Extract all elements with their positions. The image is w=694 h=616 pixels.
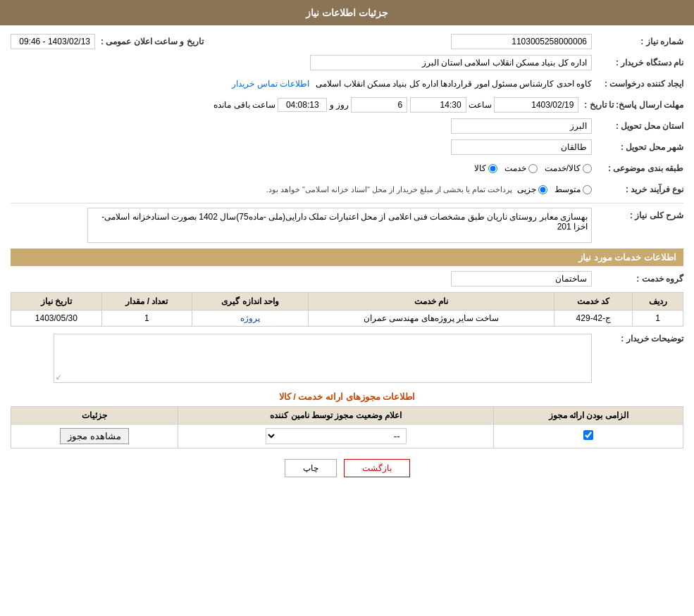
buyer-org-label: نام دستگاه خریدار :	[592, 58, 683, 68]
deadline-date: 1403/02/19	[494, 97, 578, 113]
cell-unit: پروژه	[192, 310, 309, 327]
process-jozvi-label: جزیی	[517, 184, 536, 194]
category-khedmat-label: خدمت	[504, 163, 526, 173]
response-deadline-label: مهلت ارسال پاسخ: تا تاریخ :	[578, 100, 683, 110]
row-buyer-notes: توضیحات خریدار : ↙	[11, 331, 683, 386]
th-name: نام خدمت	[308, 293, 554, 310]
cell-quantity: 1	[101, 310, 192, 327]
process-jozvi-item: جزیی	[517, 184, 547, 194]
permit-th-details: جزئیات	[11, 407, 178, 425]
row-process: نوع فرآیند خرید : متوسط جزیی پرداخت تمام…	[11, 180, 683, 199]
process-radio-group: متوسط جزیی	[517, 184, 592, 194]
cell-date: 1403/05/30	[11, 310, 102, 327]
requester-value: کاوه احدی کارشناس مسئول امور قراردادها ا…	[316, 79, 592, 89]
buyer-org-value: اداره کل بنیاد مسکن انقلاب اسلامی استان …	[310, 55, 592, 70]
cell-row: 1	[633, 310, 683, 327]
permit-th-required: الزامی بودن ارائه مجوز	[494, 407, 683, 425]
services-section-title: اطلاعات خدمات مورد نیاز	[11, 249, 683, 266]
permit-required-cell	[494, 425, 683, 448]
countdown-value: 04:08:13	[278, 98, 327, 112]
services-table: ردیف کد خدمت نام خدمت واحد اندازه گیری ت…	[11, 292, 683, 327]
cell-code: ج-42-429	[554, 310, 633, 327]
countdown-label: ساعت باقی مانده	[213, 100, 275, 110]
category-kala-radio[interactable]	[488, 164, 497, 173]
category-khedmat-item: خدمت	[504, 163, 538, 173]
permit-status-cell: --	[178, 425, 494, 448]
category-khedmat-radio[interactable]	[528, 164, 538, 173]
deadline-time: 14:30	[410, 97, 466, 113]
buyer-notes-label: توضیحات خریدار :	[592, 334, 683, 344]
row-city: شهر محل تحویل : طالقان	[11, 138, 683, 156]
province-value: البرز	[451, 118, 592, 134]
city-value: طالقان	[451, 139, 592, 155]
back-button[interactable]: بازگشت	[344, 459, 410, 477]
category-kala-khedmat-item: کالا/خدمت	[545, 163, 592, 173]
date-value: 1403/02/13 - 09:46	[11, 34, 95, 49]
category-kala-khedmat-label: کالا/خدمت	[545, 163, 581, 173]
deadline-days: 6	[351, 97, 407, 113]
cell-name: ساخت سایر پروژه‌های مهندسی عمران	[308, 310, 554, 327]
row-requester: ایجاد کننده درخواست : کاوه احدی کارشناس …	[11, 75, 683, 93]
description-label: شرح کلی نیاز :	[592, 210, 683, 220]
category-label: طبقه بندی موضوعی :	[592, 163, 683, 173]
requester-link[interactable]: اطلاعات تماس خریدار	[232, 79, 309, 89]
row-category: طبقه بندی موضوعی : کالا/خدمت خدمت کالا	[11, 159, 683, 177]
th-quantity: تعداد / مقدار	[101, 293, 192, 310]
deadline-time-label: ساعت	[469, 100, 492, 110]
process-note: پرداخت تمام یا بخشی از مبلغ خریدار از مح…	[266, 185, 513, 194]
description-value: بهسازی معابر روستای ناریان طبق مشخصات فن…	[87, 208, 592, 243]
row-deadline: مهلت ارسال پاسخ: تا تاریخ : 1403/02/19 س…	[11, 96, 683, 114]
table-row: 1 ج-42-429 ساخت سایر پروژه‌های مهندسی عم…	[11, 310, 683, 327]
buyer-notes-box: ↙	[54, 334, 592, 383]
category-radio-group: کالا/خدمت خدمت کالا	[474, 163, 592, 173]
th-row: ردیف	[633, 293, 683, 310]
resize-handle: ↙	[56, 373, 61, 381]
print-button[interactable]: چاپ	[285, 459, 337, 477]
permit-th-status: اعلام وضعیت مجوز توسط نامین کننده	[178, 407, 494, 425]
permits-table: الزامی بودن ارائه مجوز اعلام وضعیت مجوز …	[11, 406, 683, 448]
th-unit: واحد اندازه گیری	[192, 293, 309, 310]
category-kala-item: کالا	[474, 163, 497, 173]
permit-details-cell: مشاهده مجوز	[11, 425, 178, 448]
city-label: شهر محل تحویل :	[592, 142, 683, 152]
service-group-value: ساختمان	[451, 271, 592, 287]
action-buttons: بازگشت چاپ	[11, 459, 683, 477]
deadline-day-label: روز و	[330, 100, 349, 110]
service-group-label: گروه خدمت :	[592, 274, 683, 284]
row-province: استان محل تحویل : البرز	[11, 117, 683, 135]
process-motavasset-radio[interactable]	[583, 185, 592, 194]
process-jozvi-radio[interactable]	[538, 185, 547, 194]
page-content: شماره نیاز : 1103005258000006 تاریخ و سا…	[0, 25, 694, 495]
process-motavasset-label: متوسط	[554, 184, 581, 194]
page-header: جزئیات اطلاعات نیاز	[0, 0, 694, 25]
province-label: استان محل تحویل :	[592, 121, 683, 131]
need-number-value: 1103005258000006	[451, 34, 592, 49]
row-description: شرح کلی نیاز : بهسازی معابر روستای ناریا…	[11, 208, 683, 243]
process-motavasset-item: متوسط	[554, 184, 592, 194]
process-label: نوع فرآیند خرید :	[592, 184, 683, 194]
need-number-label: شماره نیاز :	[592, 37, 683, 46]
permit-required-checkbox[interactable]	[583, 430, 593, 440]
page-title: جزئیات اطلاعات نیاز	[306, 7, 388, 18]
category-kala-label: کالا	[474, 163, 486, 173]
th-code: کد خدمت	[554, 293, 633, 310]
row-service-group: گروه خدمت : ساختمان	[11, 270, 683, 288]
date-label: تاریخ و ساعت اعلان عمومی :	[95, 37, 204, 46]
th-date: تاریخ نیاز	[11, 293, 102, 310]
category-kala-khedmat-radio[interactable]	[583, 164, 592, 173]
view-permit-button[interactable]: مشاهده مجوز	[60, 428, 129, 444]
requester-label: ایجاد کننده درخواست :	[592, 79, 683, 89]
permit-status-select[interactable]: --	[266, 428, 407, 444]
row-buyer-org: نام دستگاه خریدار : اداره کل بنیاد مسکن …	[11, 54, 683, 72]
row-need-number: شماره نیاز : 1103005258000006 تاریخ و سا…	[11, 32, 683, 51]
page-wrapper: جزئیات اطلاعات نیاز شماره نیاز : 1103005…	[0, 0, 694, 616]
permits-section-title: اطلاعات مجوزهای ارائه خدمت / کالا	[11, 391, 683, 402]
permit-row: -- مشاهده مجوز	[11, 425, 683, 448]
